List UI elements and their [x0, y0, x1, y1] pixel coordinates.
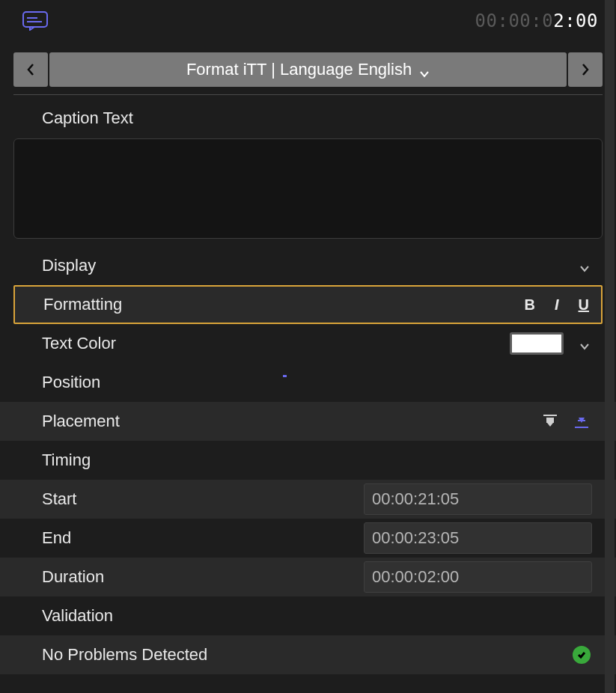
formatting-label: Formatting: [43, 295, 122, 314]
svg-rect-4: [546, 418, 554, 423]
position-row: Position: [0, 363, 616, 402]
chevron-down-icon[interactable]: [579, 338, 591, 349]
text-color-row: Text Color: [0, 324, 616, 363]
placement-row: Placement: [0, 402, 616, 441]
end-input[interactable]: 00:00:23:05: [364, 522, 592, 554]
caption-bubble-icon[interactable]: [22, 11, 48, 31]
caption-inspector-panel: 00:00:02:00 Format iTT | Language Englis…: [0, 0, 616, 693]
display-label: Display: [42, 256, 96, 275]
caption-nav: Format iTT | Language English: [0, 52, 616, 87]
chevron-down-icon: [419, 64, 430, 75]
format-buttons: B I U: [525, 296, 589, 314]
display-row[interactable]: Display: [0, 246, 616, 285]
timing-heading: Timing: [0, 441, 616, 480]
end-label: End: [42, 528, 364, 548]
timing-label: Timing: [42, 451, 91, 470]
caption-text-heading: Caption Text: [0, 95, 616, 138]
prev-caption-button[interactable]: [13, 52, 48, 87]
position-label: Position: [42, 373, 100, 392]
duration-input[interactable]: 00:00:02:00: [364, 561, 592, 593]
timecode-dim: 00:00:0: [475, 10, 554, 31]
checkmark-icon: [573, 646, 591, 664]
svg-marker-5: [547, 423, 553, 427]
caption-text-input[interactable]: [13, 138, 603, 239]
validation-status-row: No Problems Detected: [0, 635, 616, 674]
timecode-lit: 2:00: [553, 10, 598, 31]
placement-label: Placement: [42, 412, 120, 431]
formatting-row: Formatting B I U: [13, 285, 603, 324]
svg-rect-7: [578, 420, 585, 421]
italic-button[interactable]: I: [555, 296, 559, 314]
svg-rect-0: [23, 12, 47, 27]
scrollbar[interactable]: [605, 0, 615, 693]
validation-status-text: No Problems Detected: [42, 645, 207, 665]
timecode-display: 00:00:02:00: [475, 10, 598, 31]
text-color-swatch[interactable]: [510, 332, 564, 355]
placement-top-button[interactable]: [541, 412, 559, 430]
duration-row: Duration 00:00:02:00: [0, 558, 616, 596]
format-language-dropdown[interactable]: Format iTT | Language English: [49, 52, 567, 87]
start-input[interactable]: 00:00:21:05: [364, 483, 592, 515]
format-language-label: Format iTT | Language English: [186, 60, 412, 79]
start-label: Start: [42, 489, 364, 509]
end-row: End 00:00:23:05: [0, 519, 616, 558]
chevron-down-icon: [579, 260, 591, 272]
start-value: 00:00:21:05: [372, 489, 459, 509]
start-row: Start 00:00:21:05: [0, 480, 616, 519]
placement-bottom-button[interactable]: [573, 412, 591, 430]
end-value: 00:00:23:05: [372, 528, 459, 548]
underline-button[interactable]: U: [579, 296, 589, 314]
position-indicator-icon: [283, 375, 287, 377]
validation-label: Validation: [42, 606, 113, 626]
bold-button[interactable]: B: [525, 296, 535, 314]
text-color-label: Text Color: [42, 334, 116, 353]
validation-heading: Validation: [0, 596, 616, 635]
top-bar: 00:00:02:00: [0, 0, 616, 42]
duration-value: 00:00:02:00: [372, 567, 459, 587]
duration-label: Duration: [42, 567, 364, 587]
next-caption-button[interactable]: [568, 52, 603, 87]
